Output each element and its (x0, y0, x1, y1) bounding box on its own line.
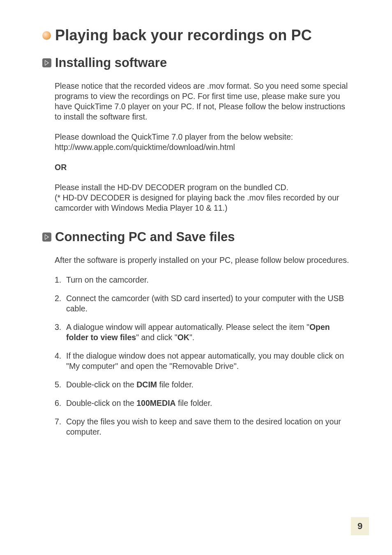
section-connecting: Connecting PC and Save files After the s… (42, 230, 353, 437)
step-text: Double-click on the (66, 380, 136, 389)
intro-paragraph: After the software is properly installed… (55, 255, 353, 265)
paragraph: Please download the QuickTime 7.0 player… (55, 132, 353, 152)
list-item: A dialogue window will appear automatica… (66, 322, 353, 343)
list-item: Double-click on the DCIM file folder. (66, 380, 353, 390)
text: (* HD-DV DECODER is designed for playing… (55, 193, 339, 212)
bold-text: 100MEDIA (136, 398, 175, 408)
page-content: Playing back your recordings on PC Insta… (0, 0, 392, 437)
section-body: Please notice that the recorded videos a… (55, 81, 353, 213)
step-text: A dialogue window will appear automatica… (66, 322, 309, 332)
text: Please download the QuickTime 7.0 player… (55, 132, 293, 141)
step-text: Connect the camcorder (with SD card inse… (66, 294, 344, 313)
step-text: If the dialogue window does not appear a… (66, 351, 344, 371)
list-item: Turn on the camcorder. (66, 275, 353, 285)
step-text: Copy the files you wish to keep and save… (66, 417, 341, 436)
page-title: Playing back your recordings on PC (55, 27, 312, 44)
list-item: Double-click on the 100MEDIA file folder… (66, 398, 353, 408)
section-header: Installing software (42, 55, 353, 70)
arrow-icon (42, 233, 51, 242)
section-heading: Connecting PC and Save files (55, 230, 235, 244)
section-heading: Installing software (55, 55, 167, 70)
bold-text: OK (178, 333, 189, 342)
text: Please install the HD-DV DECODER program… (55, 183, 288, 192)
step-text: ". (189, 333, 194, 342)
step-text: Double-click on the (66, 398, 136, 408)
arrow-icon (42, 58, 51, 67)
page-number: 9 (351, 517, 369, 535)
or-label: OR (55, 162, 353, 173)
paragraph: Please install the HD-DV DECODER program… (55, 182, 353, 213)
section-installing: Installing software Please notice that t… (42, 55, 353, 213)
bold-text: DCIM (136, 380, 157, 389)
list-item: Connect the camcorder (with SD card inse… (66, 293, 353, 314)
step-text: Turn on the camcorder. (66, 275, 149, 284)
list-item: Copy the files you wish to keep and save… (66, 417, 353, 437)
steps-list: Turn on the camcorder. Connect the camco… (55, 275, 353, 437)
bullet-icon (42, 31, 51, 40)
main-title-row: Playing back your recordings on PC (42, 27, 353, 44)
step-text: " and click " (136, 333, 178, 342)
step-text: file folder. (157, 380, 194, 389)
paragraph: Please notice that the recorded videos a… (55, 81, 353, 122)
url-text: http://www.apple.com/quicktime/download/… (55, 143, 235, 152)
step-text: file folder. (176, 398, 212, 408)
section-header: Connecting PC and Save files (42, 230, 353, 244)
list-item: If the dialogue window does not appear a… (66, 351, 353, 371)
